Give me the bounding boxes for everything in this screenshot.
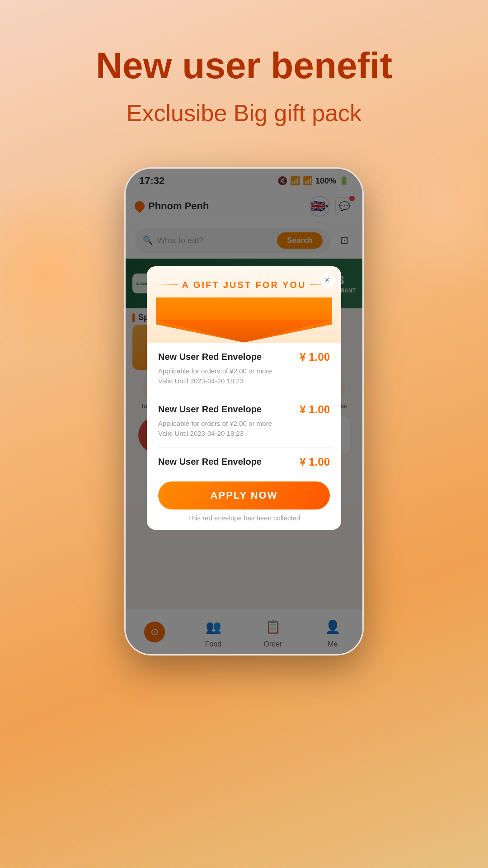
coupon-row-1: New User Red Envelope ¥ 1.00	[158, 351, 330, 363]
bg-blob-left	[0, 181, 136, 362]
coupon-3-name: New User Red Envelope	[158, 457, 262, 467]
coupon-2-name: New User Red Envelope	[158, 404, 262, 415]
gift-text-bar: A GIFT JUST FOR YOU	[156, 280, 332, 290]
coupon-row-2: New User Red Envelope ¥ 1.00	[158, 403, 330, 416]
coupon-2-desc-line1: Applicable for orders of ¥2.00 or more	[158, 419, 330, 429]
coupon-2-desc: Applicable for orders of ¥2.00 or more V…	[158, 419, 330, 439]
coupon-row-3: New User Red Envelope ¥ 1.00	[158, 456, 330, 468]
apply-now-button[interactable]: APPLY NOW	[158, 481, 330, 509]
flap-inner	[156, 320, 332, 343]
page-header: New user benefit Exclusibe Big gift pack	[0, 0, 488, 127]
coupon-list: New User Red Envelope ¥ 1.00 Applicable …	[147, 343, 341, 479]
bg-blob-right	[366, 136, 488, 294]
collect-note: This red envelope has been collected	[147, 509, 341, 530]
coupon-1-name: New User Red Envelope	[158, 352, 262, 362]
coupon-1-desc-line2: Valid Until 2023-04-20 18:23	[158, 376, 330, 387]
coupon-2-amount: ¥ 1.00	[300, 403, 330, 416]
sub-title: Exclusibe Big gift pack	[0, 99, 488, 127]
modal-overlay: × A GIFT JUST FOR YOU	[126, 169, 362, 654]
coupon-1-desc-line1: Applicable for orders of ¥2.00 or more	[158, 366, 330, 377]
modal-close-button[interactable]: ×	[319, 273, 335, 288]
gift-modal: × A GIFT JUST FOR YOU	[147, 266, 341, 530]
envelope-flap	[156, 297, 332, 343]
coupon-item-3: New User Red Envelope ¥ 1.00	[158, 448, 330, 479]
coupon-3-amount: ¥ 1.00	[300, 456, 330, 468]
gift-title: A GIFT JUST FOR YOU	[182, 280, 306, 290]
main-title: New user benefit	[0, 45, 488, 86]
coupon-item-1: New User Red Envelope ¥ 1.00 Applicable …	[158, 343, 330, 395]
coupon-item-2: New User Red Envelope ¥ 1.00 Applicable …	[158, 395, 330, 448]
phone-wrapper: 17:32 🔇 📶 📶 100% 🔋 Phnom Penh 🇬🇧 ▾	[124, 167, 364, 656]
dash-left	[156, 284, 178, 285]
coupon-2-desc-line2: Valid Until 2023-04-20 18:23	[158, 429, 330, 439]
coupon-1-amount: ¥ 1.00	[300, 351, 330, 363]
coupon-1-desc: Applicable for orders of ¥2.00 or more V…	[158, 366, 330, 387]
envelope-top: A GIFT JUST FOR YOU	[147, 266, 341, 343]
phone-shell: 17:32 🔇 📶 📶 100% 🔋 Phnom Penh 🇬🇧 ▾	[124, 167, 364, 656]
